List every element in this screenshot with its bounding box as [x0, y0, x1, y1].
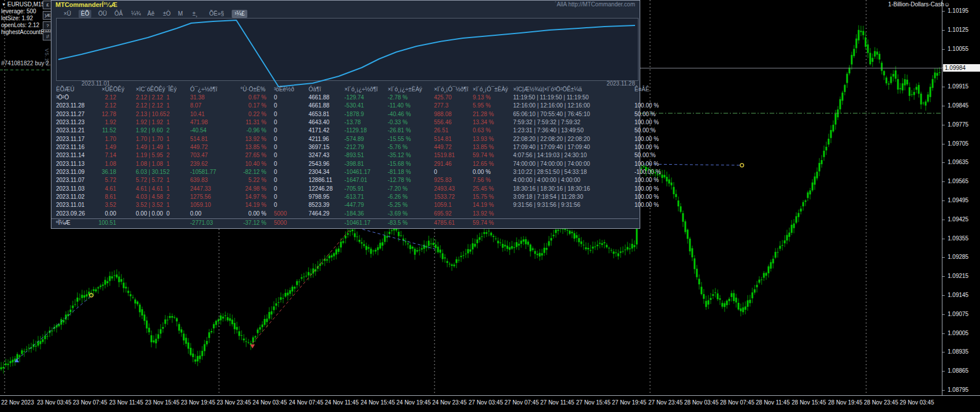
- table-row-cell: 0: [274, 144, 277, 150]
- table-row-cell: 0: [274, 185, 277, 192]
- table-row-cell: -2.78 %: [388, 94, 407, 101]
- table-row-cell: 1.92 | 9.60: [136, 127, 163, 133]
- table-row-cell: 14.19 %: [232, 202, 266, 208]
- toolbar-button-1[interactable]: ×Ü: [61, 10, 73, 18]
- table-row-cell: -705.91: [344, 185, 364, 192]
- table-row-cell: 4.61 | 4.61: [136, 185, 163, 192]
- toolbar-button-9[interactable]: ±¸: [190, 10, 200, 18]
- price-axis[interactable]: 1.101951.101251.100551.099151.098451.097…: [942, 0, 980, 395]
- price-tick: [942, 201, 945, 201]
- table-row-cell: 13.92 %: [473, 210, 494, 217]
- table-row-cell: 8.07: [190, 102, 201, 109]
- time-label: 24 Nov 15:45: [361, 399, 395, 406]
- table-row-cell: 514.81: [190, 136, 208, 142]
- price-label: 1.10055: [948, 46, 968, 52]
- table-row-cell: 0: [274, 202, 277, 208]
- table-row-cell: -100.00 %: [634, 169, 661, 175]
- toolbar-button-8[interactable]: M: [176, 10, 185, 18]
- table-row-cell: -893.51: [344, 152, 364, 158]
- table-row-cell: 2023.11.07: [56, 177, 84, 183]
- table-row-cell: -0.96 %: [232, 127, 266, 133]
- chevron-down-icon: ▼: [2, 2, 6, 6]
- account-info-line: lotSize: 1.92: [1, 15, 33, 21]
- price-label: 1.09635: [948, 159, 968, 165]
- table-row-cell: 50.00 %: [634, 111, 656, 117]
- table-row-cell: 1.08 | 1.08: [136, 161, 163, 167]
- table-row-cell: 2023.11.13: [56, 161, 84, 167]
- price-tick: [942, 106, 945, 106]
- table-row-cell: 1: [166, 202, 170, 208]
- table-header: ×î´ó¸¡¿÷±ÈÀý: [388, 86, 422, 92]
- table-row-cell: 425.70: [434, 94, 452, 101]
- panel-site-link[interactable]: ´AllA http://MTCommander.com: [555, 1, 635, 8]
- price-tick: [942, 162, 945, 163]
- table-row-cell: 2023.11.21: [56, 127, 84, 133]
- table-row-cell: 556.46: [434, 119, 452, 125]
- toolbar-button-5[interactable]: ¼¾: [129, 10, 143, 18]
- table-row-cell: 36.18: [81, 169, 116, 175]
- table-row-cell: 0.00 %: [232, 210, 266, 217]
- price-label: 1.09775: [948, 121, 968, 128]
- table-header: ×î´ó¸¡Ó¯½ð¶î: [434, 86, 469, 92]
- table-header: ÈÕÆÚ: [56, 86, 75, 92]
- time-label: 28 Nov 11:45: [756, 399, 790, 406]
- table-row-cell: 0.00: [81, 210, 116, 217]
- summary-row-cell: -37.12 %: [232, 220, 266, 226]
- time-label: 23 Nov 11:45: [109, 399, 143, 406]
- price-tick: [942, 87, 945, 87]
- table-row-cell: 1: [166, 102, 170, 109]
- toolbar-button-right[interactable]: ¹¼£: [232, 10, 247, 18]
- table-row-cell: 3697.15: [309, 144, 329, 150]
- table-row-cell: -15.55 %: [388, 136, 411, 142]
- toolbar-button-4[interactable]: ÔÂ: [112, 10, 125, 18]
- table-row-cell: 50.00 %: [634, 127, 656, 133]
- table-row-cell: 8523.39: [309, 202, 329, 208]
- time-label: 27 Nov 15:45: [576, 399, 611, 406]
- price-label: 1.09705: [948, 140, 968, 147]
- table-row-cell: 7464.29: [309, 210, 329, 217]
- time-label: 24 Nov 11:45: [325, 399, 359, 406]
- table-row-cell: 31.38: [190, 94, 205, 101]
- price-tick: [942, 11, 945, 12]
- table-row-cell: -35.12 %: [388, 152, 411, 158]
- table-row-cell: 0.67 %: [232, 94, 266, 101]
- table-row-cell: 4211.96: [309, 136, 329, 142]
- toolbar-button-7[interactable]: ±Ò: [161, 10, 173, 18]
- time-label: 27 Nov 03:45: [469, 399, 503, 406]
- table-row-cell: 24.98 %: [232, 185, 266, 192]
- time-label: 28 Nov 07:45: [720, 399, 755, 406]
- table-row-cell: -5.76 %: [388, 144, 407, 150]
- table-row-cell: 12.65 %: [473, 161, 494, 167]
- table-row-cell: 59.74 %: [473, 152, 494, 158]
- time-label: 28 Nov 15:45: [792, 399, 826, 406]
- table-row-cell: 100.00 %: [634, 185, 659, 192]
- time-label: 27 Nov 23:45: [648, 399, 683, 406]
- table-row-cell: 514.81: [434, 136, 452, 142]
- table-row-cell: 14.19 %: [473, 202, 494, 208]
- table-row-cell: 25.45 %: [473, 185, 494, 192]
- table-row-cell: 1: [166, 185, 170, 192]
- price-label: 1.09495: [948, 197, 968, 203]
- symbol-selector[interactable]: ▼ EURUSD,M15: [2, 1, 44, 8]
- table-row-cell: -613.71: [344, 194, 364, 200]
- price-label: 1.09215: [948, 273, 968, 279]
- toolbar-button-6[interactable]: Äê: [145, 10, 157, 18]
- toolbar-button-10[interactable]: ÕË»§: [207, 10, 227, 18]
- toolbar-button-3[interactable]: ÖÜ: [96, 10, 109, 18]
- chart-watermark: 1-Billion-Dollars-Cash☺: [888, 1, 950, 8]
- table-row-cell: 703.47: [190, 152, 208, 158]
- time-axis[interactable]: 22 Nov 202323 Nov 03:4523 Nov 07:4523 No…: [0, 395, 980, 412]
- table-row-cell: -40.54: [190, 127, 206, 133]
- price-label: 1.10195: [948, 8, 968, 14]
- table-row-cell: -82.12 %: [232, 169, 266, 175]
- price-label: 1.09145: [948, 292, 968, 298]
- table-row-cell: -447.79: [344, 202, 364, 208]
- table-row-cell: 1: [166, 177, 170, 183]
- table-row-cell: 2023.11.27: [56, 111, 84, 117]
- toolbar-button-2[interactable]: ÈÕ: [79, 10, 91, 18]
- table-row-cell: ³Ö²Ö: [56, 94, 69, 101]
- table-row-cell: 4661.88: [309, 94, 329, 101]
- table-row-cell: 7.56 %: [473, 177, 491, 183]
- time-label: 24 Nov 03:45: [253, 399, 287, 406]
- table-row-cell: 1.19 | 5.95: [136, 152, 163, 158]
